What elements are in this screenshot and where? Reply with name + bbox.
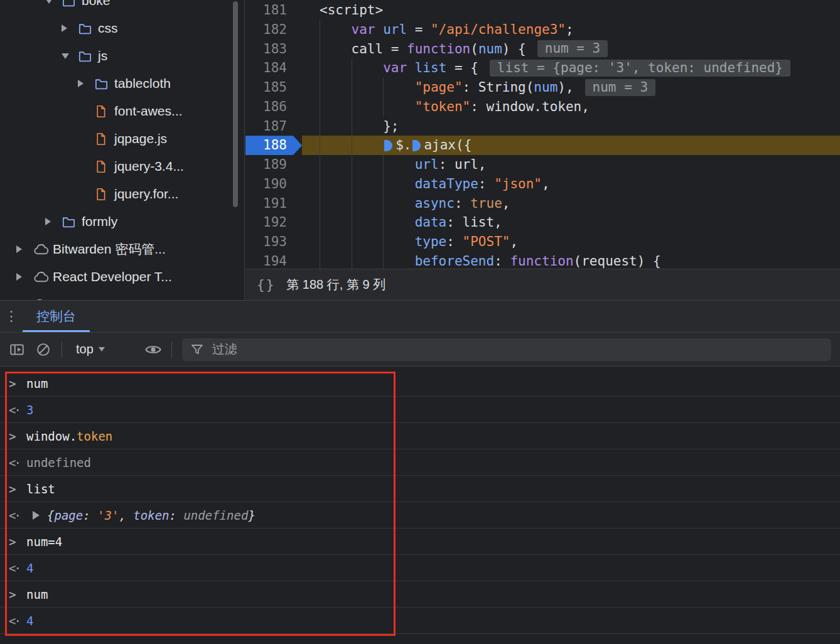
clear-console-button[interactable] <box>30 337 57 362</box>
indent-guide <box>352 117 384 136</box>
line-number[interactable]: 186 <box>245 97 302 117</box>
console-result-row: <·4 <box>0 555 840 581</box>
console-token: undefined <box>183 508 248 522</box>
code-line[interactable]: 184var list = {list = {page: '3', token:… <box>245 58 840 78</box>
code-token: url <box>415 155 439 174</box>
code-line[interactable]: 187}; <box>245 117 840 136</box>
tab-console[interactable]: 控制台 <box>23 301 90 332</box>
code-token: var <box>352 20 384 40</box>
console-token: token <box>77 429 112 443</box>
tree-item[interactable]: js <box>0 42 244 70</box>
console-token: page <box>54 508 83 522</box>
indent-guide <box>352 78 384 97</box>
console-result-row: <·4 <box>0 608 840 634</box>
console-token: 4 <box>26 614 33 628</box>
code-line-content: data: list, <box>302 213 840 232</box>
result-chevron-icon: <· <box>9 561 26 575</box>
tree-item[interactable]: jquery.for... <box>0 180 244 208</box>
tree-item[interactable]: jqpage.js <box>0 125 244 153</box>
console-toolbar: top 过滤 <box>0 333 840 367</box>
code-line[interactable]: 181<script> <box>245 1 840 20</box>
disclosure-arrow-icon[interactable] <box>62 24 78 32</box>
console-sidebar-icon <box>9 341 25 358</box>
disclosure-arrow-icon[interactable] <box>62 53 78 59</box>
sources-panel: bokecssjstableclothfont-awes...jqpage.js… <box>0 0 840 301</box>
disclosure-arrow-icon[interactable] <box>45 0 62 4</box>
tree-item-label: formly <box>82 214 117 229</box>
line-number[interactable]: 193 <box>245 232 302 252</box>
code-line[interactable]: 190dataType: "json", <box>245 174 840 194</box>
console-message-text: undefined <box>26 456 91 470</box>
folder-icon <box>78 49 98 63</box>
console-sidebar-toggle[interactable] <box>4 337 30 362</box>
line-number[interactable]: 191 <box>245 194 302 213</box>
code-line[interactable]: 183call = function(num) {num = 3 <box>245 40 840 59</box>
console-message-text: {page: '3', token: undefined} <box>47 508 256 522</box>
code-line-content: beforeSend: function(request) { <box>302 252 840 269</box>
tree-item-label: React Developer T... <box>53 269 172 284</box>
code-token: (request) { <box>574 252 661 269</box>
code-line[interactable]: 182var url = "/api/challenge3"; <box>245 20 840 40</box>
indent-guide <box>320 117 352 136</box>
code-line[interactable]: 188$.ajax({ <box>245 136 840 155</box>
code-line[interactable]: 186"token": window.token, <box>245 97 840 117</box>
indent-guide <box>352 136 384 155</box>
indent-guide <box>320 232 352 252</box>
code-line[interactable]: 185"page": String(num),num = 3 <box>245 78 840 97</box>
tree-item[interactable]: Bitwarden 密码管... <box>0 235 244 263</box>
result-chevron-icon: <· <box>9 614 26 628</box>
line-number[interactable]: 187 <box>245 117 302 136</box>
line-number[interactable]: 194 <box>245 252 302 269</box>
tree-item[interactable]: jquery-3.4... <box>0 153 244 180</box>
live-expression-button[interactable] <box>140 337 166 362</box>
console-token: 4 <box>26 561 33 575</box>
disclosure-arrow-icon[interactable] <box>45 218 62 225</box>
console-token: token <box>133 508 169 522</box>
inline-eval-hint: num = 3 <box>585 79 656 96</box>
code-token: : <box>446 232 462 252</box>
line-number[interactable]: 188 <box>245 136 302 155</box>
code-line[interactable]: 193type: "POST", <box>245 232 840 252</box>
code-line[interactable]: 189url: url, <box>245 155 840 174</box>
console-input-row: >num=4 <box>0 529 840 555</box>
continue-here-marker-icon[interactable] <box>412 140 421 151</box>
line-number[interactable]: 181 <box>245 1 302 20</box>
line-number[interactable]: 183 <box>245 40 302 59</box>
tree-item[interactable]: font-awes... <box>0 97 244 125</box>
sidebar-scrollbar[interactable] <box>233 1 238 207</box>
tree-item-label: jquery-3.4... <box>114 159 184 174</box>
code-token: list <box>415 58 447 78</box>
tree-item[interactable]: React Developer T... <box>0 263 244 291</box>
expand-triangle-icon[interactable] <box>33 511 40 520</box>
code-line[interactable]: 191async: true, <box>245 194 840 213</box>
line-number[interactable]: 182 <box>245 20 302 40</box>
line-number[interactable]: 190 <box>245 174 302 194</box>
tree-item[interactable]: css <box>0 14 244 42</box>
line-number[interactable]: 184 <box>245 58 302 78</box>
tree-item[interactable]: tablecloth <box>0 70 244 97</box>
context-selector[interactable]: top <box>67 342 114 357</box>
code-line-content: call = function(num) {num = 3 <box>302 40 840 59</box>
tree-item[interactable]: boke <box>0 0 244 14</box>
line-number[interactable]: 192 <box>245 213 302 232</box>
continue-here-marker-icon[interactable] <box>384 140 392 151</box>
line-number[interactable]: 185 <box>245 78 302 97</box>
tree-item[interactable] <box>0 291 244 300</box>
code-token: = <box>407 20 431 40</box>
line-number[interactable]: 189 <box>245 155 302 174</box>
console-result-row: <·undefined <box>0 449 840 476</box>
filter-input[interactable]: 过滤 <box>182 338 831 361</box>
indent-guide <box>320 174 352 194</box>
code-line[interactable]: 192data: list, <box>245 213 840 232</box>
disclosure-arrow-icon[interactable] <box>16 273 33 281</box>
console-token: num <box>26 377 48 390</box>
code-line[interactable]: 194beforeSend: function(request) { <box>245 252 840 269</box>
pretty-print-icon[interactable]: {} <box>257 277 275 292</box>
code-token: : list, <box>446 213 502 232</box>
disclosure-arrow-icon[interactable] <box>16 245 33 253</box>
disclosure-arrow-icon[interactable] <box>78 80 94 87</box>
indent-guide <box>352 97 384 117</box>
tree-item[interactable]: formly <box>0 208 244 235</box>
code-lines: 181<script>182var url = "/api/challenge3… <box>245 1 840 269</box>
more-vertical-icon[interactable]: ⋮ <box>0 308 23 325</box>
